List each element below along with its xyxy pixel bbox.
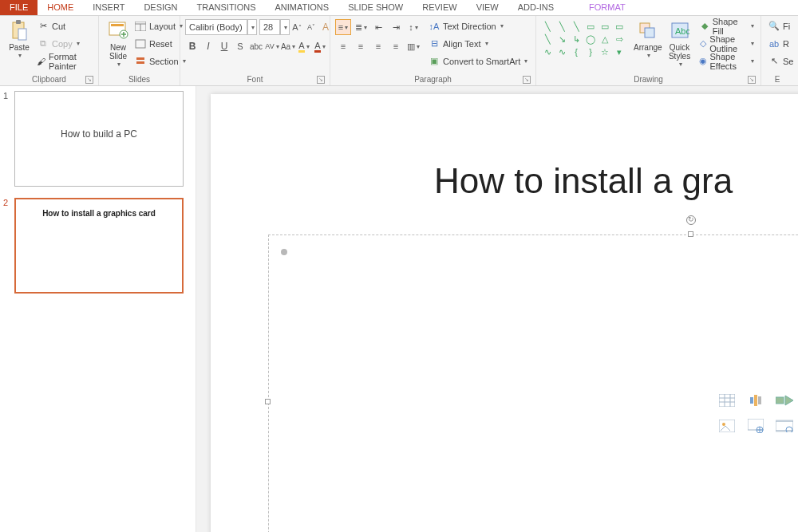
chevron-down-icon: ▾: [415, 24, 418, 31]
chevron-down-icon: ▾: [292, 43, 295, 50]
dialog-launcher[interactable]: ↘: [748, 76, 756, 84]
find-button[interactable]: 🔍Fi: [766, 18, 795, 34]
rotate-handle[interactable]: [686, 215, 696, 225]
align-center-icon: ≡: [358, 41, 363, 51]
slide-thumbnail-2[interactable]: How to install a graphics card: [14, 198, 184, 294]
dialog-launcher[interactable]: ↘: [317, 76, 325, 84]
tab-animations[interactable]: ANIMATIONS: [266, 0, 339, 15]
tab-transitions[interactable]: TRANSITIONS: [188, 0, 266, 15]
shape-line-icon: ╲: [570, 21, 583, 32]
insert-video-icon[interactable]: [772, 415, 796, 437]
char-spacing-button[interactable]: AV▾: [265, 38, 279, 54]
smartart-icon: ▣: [428, 55, 440, 68]
bullets-icon: ≡: [338, 22, 343, 32]
justify-button[interactable]: ≡: [388, 38, 404, 54]
replace-button[interactable]: abR: [766, 35, 795, 52]
font-size-combo[interactable]: 28: [259, 19, 280, 35]
tab-slideshow[interactable]: SLIDE SHOW: [338, 0, 413, 15]
arrange-button[interactable]: Arrange▾: [630, 18, 666, 61]
shadow-button[interactable]: abc: [249, 38, 263, 54]
bold-button[interactable]: B: [185, 38, 200, 54]
shape-line-icon: ╲: [541, 21, 554, 32]
shape-rect-icon: ▭: [598, 21, 611, 32]
resize-handle-left[interactable]: [265, 399, 271, 404]
replace-label: R: [783, 39, 789, 49]
section-label: Section: [149, 57, 179, 66]
shrink-font-button[interactable]: A˅: [304, 19, 318, 35]
paste-label: Paste: [9, 43, 30, 52]
bullets-button[interactable]: ≡▾: [335, 19, 351, 35]
section-button[interactable]: Section▾: [132, 53, 188, 69]
tab-home[interactable]: HOME: [38, 0, 83, 15]
insert-smartart-icon[interactable]: [772, 389, 796, 412]
font-size-dropdown[interactable]: ▾: [280, 19, 290, 35]
slide-thumbnail-1[interactable]: How to build a PC: [14, 91, 184, 187]
numbering-button[interactable]: ≣▾: [353, 19, 369, 35]
line-spacing-button[interactable]: ↕▾: [405, 19, 421, 35]
font-color-button[interactable]: A▾: [313, 38, 327, 54]
chevron-down-icon: ▾: [306, 43, 310, 50]
dialog-launcher[interactable]: ↘: [85, 76, 93, 84]
italic-button[interactable]: I: [201, 38, 215, 54]
format-painter-label: Format Painter: [49, 52, 92, 71]
font-name-combo[interactable]: Calibri (Body): [185, 19, 247, 35]
slide-canvas[interactable]: How to install a gra: [196, 86, 798, 532]
svg-rect-12: [136, 57, 144, 60]
dialog-launcher[interactable]: ↘: [523, 76, 531, 84]
cut-button[interactable]: ✂ Cut: [35, 18, 93, 34]
drawing-group-label: Drawing: [634, 75, 663, 84]
paste-button[interactable]: Paste ▾: [5, 18, 34, 61]
change-case-button[interactable]: Aa▾: [281, 38, 295, 54]
tab-review[interactable]: REVIEW: [413, 0, 466, 15]
tab-format[interactable]: FORMAT: [579, 0, 635, 15]
columns-button[interactable]: ▥▾: [405, 38, 421, 54]
decrease-indent-button[interactable]: ⇤: [370, 19, 386, 35]
ribbon: Paste ▾ ✂ Cut ⧉ Copy ▾ 🖌 Format Painter: [0, 16, 798, 86]
resize-handle-top[interactable]: [688, 231, 693, 237]
text-direction-button[interactable]: ↕A Text Direction▾: [426, 18, 529, 34]
quick-styles-button[interactable]: Abc Quick Styles▾: [666, 18, 694, 69]
insert-table-icon[interactable]: [715, 389, 739, 412]
insert-picture-icon[interactable]: [715, 415, 739, 437]
shapes-gallery[interactable]: ╲╲╲▭▭▭ ╲↘↳◯△⇨ ∿∿{}☆▾: [541, 21, 626, 57]
grow-font-button[interactable]: A˄: [290, 19, 304, 35]
layout-button[interactable]: Layout▾: [132, 18, 188, 34]
underline-button[interactable]: U: [217, 38, 231, 54]
align-text-button[interactable]: ⊟ Align Text▾: [426, 35, 529, 52]
shape-more-icon: ▾: [613, 46, 626, 57]
copy-button[interactable]: ⧉ Copy ▾: [35, 35, 93, 52]
svg-rect-27: [748, 419, 764, 430]
highlight-button[interactable]: A▾: [297, 38, 311, 54]
tab-view[interactable]: VIEW: [467, 0, 508, 15]
shape-outline-button[interactable]: ◇ Shape Outline▾: [697, 35, 756, 52]
shape-tri-icon: △: [598, 33, 611, 45]
content-placeholder[interactable]: [268, 234, 798, 532]
layout-label: Layout: [149, 22, 176, 31]
chevron-down-icon: ▾: [647, 52, 650, 59]
shape-fill-button[interactable]: ◆ Shape Fill▾: [697, 18, 756, 34]
font-name-dropdown[interactable]: ▾: [247, 19, 257, 35]
strike-button[interactable]: S: [233, 38, 247, 54]
insert-chart-icon[interactable]: [744, 389, 768, 412]
group-drawing: ╲╲╲▭▭▭ ╲↘↳◯△⇨ ∿∿{}☆▾ Arrange▾ Abc Quick …: [536, 16, 761, 85]
tab-file[interactable]: FILE: [0, 0, 38, 15]
align-left-button[interactable]: ≡: [335, 38, 351, 54]
new-slide-button[interactable]: New Slide▾: [104, 18, 132, 69]
tab-insert[interactable]: INSERT: [83, 0, 134, 15]
align-right-button[interactable]: ≡: [370, 38, 386, 54]
format-painter-button[interactable]: 🖌 Format Painter: [35, 53, 93, 69]
shape-rect-icon: ▭: [584, 21, 597, 32]
increase-indent-button[interactable]: ⇥: [388, 19, 404, 35]
shape-effects-button[interactable]: ◉ Shape Effects▾: [697, 53, 756, 69]
convert-smartart-button[interactable]: ▣ Convert to SmartArt▾: [426, 53, 529, 69]
align-right-icon: ≡: [376, 41, 381, 51]
shape-outline-label: Shape Outline: [709, 34, 747, 53]
slide-title-text[interactable]: How to install a gra: [434, 161, 733, 201]
tab-addins[interactable]: ADD-INS: [508, 0, 563, 15]
reset-button[interactable]: Reset: [132, 35, 188, 52]
tab-design[interactable]: DESIGN: [134, 0, 187, 15]
insert-online-picture-icon[interactable]: [744, 415, 768, 437]
align-center-button[interactable]: ≡: [353, 38, 369, 54]
group-slides: New Slide▾ Layout▾ Reset Section▾ Slides: [99, 16, 180, 85]
select-button[interactable]: ↖Se: [766, 53, 795, 69]
